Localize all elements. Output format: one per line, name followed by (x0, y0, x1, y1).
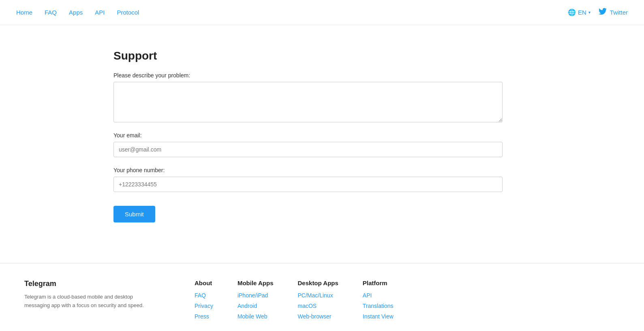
footer-col-about: About FAQ Privacy Press (195, 280, 213, 324)
header-nav: Home FAQ Apps API Protocol (16, 9, 139, 16)
page-title: Support (113, 49, 527, 62)
brand-title: Telegram (24, 280, 154, 288)
footer-link-press[interactable]: Press (195, 313, 213, 320)
nav-home[interactable]: Home (16, 9, 32, 16)
footer-link-privacy[interactable]: Privacy (195, 303, 213, 309)
twitter-link[interactable]: Twitter (599, 7, 628, 17)
submit-button[interactable]: Submit (113, 206, 155, 222)
footer-link-iphone[interactable]: iPhone/iPad (237, 292, 274, 299)
phone-label: Your phone number: (113, 167, 527, 173)
footer-link-macos[interactable]: macOS (298, 303, 338, 309)
footer-brand: Telegram Telegram is a cloud-based mobil… (24, 280, 154, 310)
footer-col-mobile: Mobile Apps iPhone/iPad Android Mobile W… (237, 280, 274, 324)
footer-link-webbrowser[interactable]: Web-browser (298, 313, 338, 320)
footer-link-translations[interactable]: Translations (363, 303, 394, 309)
chevron-down-icon: ▾ (588, 10, 591, 15)
support-form: Please describe your problem: Your email… (113, 72, 527, 222)
language-selector[interactable]: 🌐 EN ▾ (568, 9, 591, 16)
footer-link-faq[interactable]: FAQ (195, 292, 213, 299)
problem-section: Please describe your problem: (113, 72, 527, 122)
globe-icon: 🌐 (568, 9, 576, 16)
language-label: EN (578, 9, 586, 16)
footer-col-platform: Platform API Translations Instant View (363, 280, 394, 324)
footer-columns: About FAQ Privacy Press Mobile Apps iPho… (195, 280, 394, 324)
problem-textarea[interactable] (113, 82, 503, 122)
col-desktop-title: Desktop Apps (298, 280, 338, 286)
email-label: Your email: (113, 132, 527, 139)
twitter-label: Twitter (610, 9, 628, 16)
footer-inner: Telegram Telegram is a cloud-based mobil… (24, 280, 620, 324)
phone-input[interactable] (113, 177, 503, 192)
header-right: 🌐 EN ▾ Twitter (568, 7, 628, 17)
email-input[interactable] (113, 142, 503, 157)
col-mobile-title: Mobile Apps (237, 280, 274, 286)
col-platform-title: Platform (363, 280, 394, 286)
footer-link-instantview[interactable]: Instant View (363, 313, 394, 320)
phone-section: Your phone number: (113, 167, 527, 192)
main-content: Support Please describe your problem: Yo… (0, 25, 527, 247)
twitter-icon (599, 7, 607, 17)
footer-link-pcmaclinux[interactable]: PC/Mac/Linux (298, 292, 338, 299)
nav-faq[interactable]: FAQ (45, 9, 57, 16)
nav-api[interactable]: API (95, 9, 105, 16)
col-about-title: About (195, 280, 213, 286)
footer-link-android[interactable]: Android (237, 303, 274, 309)
brand-description: Telegram is a cloud-based mobile and des… (24, 293, 154, 310)
footer-col-desktop: Desktop Apps PC/Mac/Linux macOS Web-brow… (298, 280, 338, 324)
footer-link-api[interactable]: API (363, 292, 394, 299)
header: Home FAQ Apps API Protocol 🌐 EN ▾ Twitte… (0, 0, 644, 25)
email-section: Your email: (113, 132, 527, 157)
problem-label: Please describe your problem: (113, 72, 527, 79)
footer-divider (0, 263, 644, 263)
footer: Telegram Telegram is a cloud-based mobil… (0, 280, 644, 331)
nav-apps[interactable]: Apps (69, 9, 83, 16)
nav-protocol[interactable]: Protocol (117, 9, 139, 16)
footer-link-mobileweb[interactable]: Mobile Web (237, 313, 274, 320)
